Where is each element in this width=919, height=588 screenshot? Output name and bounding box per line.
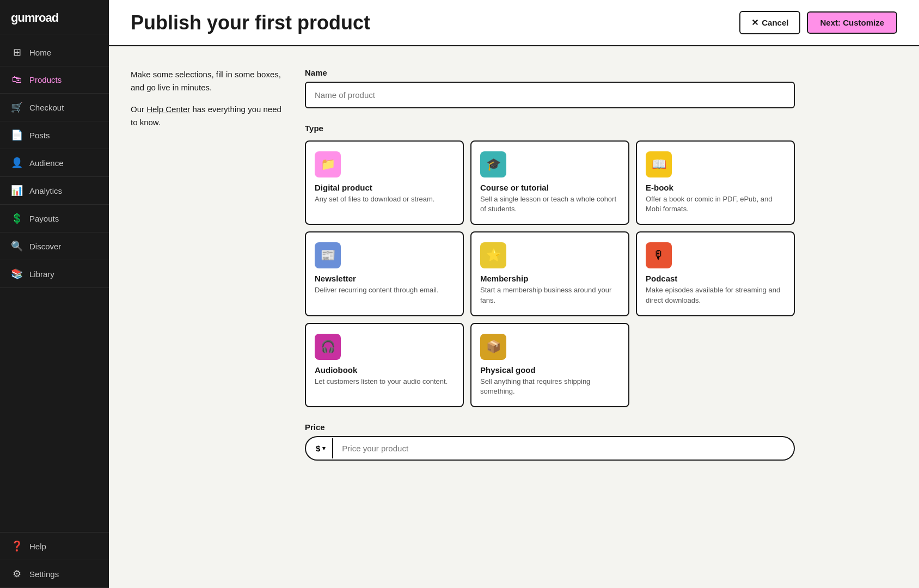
sidebar-label-settings: Settings xyxy=(29,569,59,579)
type-card-ebook[interactable]: 📖 E-book Offer a book or comic in PDF, e… xyxy=(636,140,795,225)
ebook-type-name: E-book xyxy=(646,183,785,192)
audiobook-type-desc: Let customers listen to your audio conte… xyxy=(315,377,454,387)
physical-type-desc: Sell anything that requires shipping som… xyxy=(480,377,620,396)
logo: gumroad xyxy=(0,0,109,34)
name-input[interactable] xyxy=(305,82,795,108)
price-input[interactable] xyxy=(333,437,792,460)
course-type-desc: Sell a single lesson or teach a whole co… xyxy=(480,194,620,214)
sidebar: gumroad ⊞Home🛍Products🛒Checkout📄Posts👤Au… xyxy=(0,0,109,588)
audience-icon: 👤 xyxy=(11,157,23,169)
name-field-group: Name xyxy=(305,68,795,124)
home-icon: ⊞ xyxy=(11,46,23,58)
content-area: Make some selections, fill in some boxes… xyxy=(109,46,817,482)
sidebar-label-help: Help xyxy=(29,542,46,551)
sidebar-item-checkout[interactable]: 🛒Checkout xyxy=(0,94,109,121)
podcast-type-desc: Make episodes available for streaming an… xyxy=(646,285,785,305)
sidebar-item-products[interactable]: 🛍Products xyxy=(0,66,109,94)
type-card-digital[interactable]: 📁 Digital product Any set of files to do… xyxy=(305,140,464,225)
sidebar-item-discover[interactable]: 🔍Discover xyxy=(0,232,109,260)
sidebar-item-posts[interactable]: 📄Posts xyxy=(0,121,109,149)
audiobook-type-icon: 🎧 xyxy=(315,334,341,360)
sidebar-label-products: Products xyxy=(29,75,62,84)
membership-type-name: Membership xyxy=(480,274,620,283)
price-field-group: Price $ ▾ xyxy=(305,422,795,461)
sidebar-label-library: Library xyxy=(29,270,54,279)
right-panel: Name Type 📁 Digital product Any set of f… xyxy=(305,68,795,461)
newsletter-type-name: Newsletter xyxy=(315,274,454,283)
sidebar-item-analytics[interactable]: 📊Analytics xyxy=(0,177,109,205)
main-content: Publish your first product ✕ Cancel Next… xyxy=(109,0,919,588)
page-header: Publish your first product ✕ Cancel Next… xyxy=(109,0,919,46)
type-card-newsletter[interactable]: 📰 Newsletter Deliver recurring content t… xyxy=(305,231,464,316)
ebook-type-desc: Offer a book or comic in PDF, ePub, and … xyxy=(646,194,785,214)
sidebar-label-analytics: Analytics xyxy=(29,186,62,195)
sidebar-item-home[interactable]: ⊞Home xyxy=(0,39,109,66)
help-center-link[interactable]: Help Center xyxy=(146,105,190,114)
sidebar-label-home: Home xyxy=(29,48,51,57)
price-field-wrap: $ ▾ xyxy=(305,436,795,461)
next-customize-button[interactable]: Next: Customize xyxy=(807,11,897,34)
payouts-icon: 💲 xyxy=(11,212,23,224)
type-card-membership[interactable]: ⭐ Membership Start a membership business… xyxy=(470,231,629,316)
membership-type-desc: Start a membership business around your … xyxy=(480,285,620,305)
digital-type-desc: Any set of files to download or stream. xyxy=(315,194,454,204)
help-text: Our Help Center has everything you need … xyxy=(131,103,283,129)
discover-icon: 🔍 xyxy=(11,240,23,252)
membership-type-icon: ⭐ xyxy=(480,242,506,268)
audiobook-type-name: Audiobook xyxy=(315,365,454,375)
digital-type-name: Digital product xyxy=(315,183,454,192)
library-icon: 📚 xyxy=(11,268,23,280)
sidebar-item-settings[interactable]: ⚙Settings xyxy=(0,560,109,588)
type-field-group: Type 📁 Digital product Any set of files … xyxy=(305,124,795,407)
sidebar-label-discover: Discover xyxy=(29,242,61,251)
physical-type-icon: 📦 xyxy=(480,334,506,360)
currency-selector[interactable]: $ ▾ xyxy=(308,438,333,458)
sidebar-label-payouts: Payouts xyxy=(29,214,59,223)
podcast-type-icon: 🎙 xyxy=(646,242,672,268)
type-card-course[interactable]: 🎓 Course or tutorial Sell a single lesso… xyxy=(470,140,629,225)
ebook-type-icon: 📖 xyxy=(646,151,672,177)
sidebar-item-library[interactable]: 📚Library xyxy=(0,260,109,288)
sidebar-label-audience: Audience xyxy=(29,158,64,168)
sidebar-item-payouts[interactable]: 💲Payouts xyxy=(0,205,109,232)
price-label: Price xyxy=(305,422,795,432)
checkout-icon: 🛒 xyxy=(11,101,23,113)
course-type-name: Course or tutorial xyxy=(480,183,620,192)
help-icon: ❓ xyxy=(11,540,23,552)
sidebar-nav: ⊞Home🛍Products🛒Checkout📄Posts👤Audience📊A… xyxy=(0,34,109,532)
newsletter-type-icon: 📰 xyxy=(315,242,341,268)
posts-icon: 📄 xyxy=(11,129,23,141)
newsletter-type-desc: Deliver recurring content through email. xyxy=(315,285,454,295)
type-card-audiobook[interactable]: 🎧 Audiobook Let customers listen to your… xyxy=(305,323,464,407)
sidebar-label-posts: Posts xyxy=(29,131,50,140)
sidebar-bottom: ❓Help⚙Settings xyxy=(0,532,109,588)
cancel-icon: ✕ xyxy=(751,17,758,28)
digital-type-icon: 📁 xyxy=(315,151,341,177)
currency-chevron-icon: ▾ xyxy=(322,445,326,452)
type-card-podcast[interactable]: 🎙 Podcast Make episodes available for st… xyxy=(636,231,795,316)
left-panel: Make some selections, fill in some boxes… xyxy=(131,68,283,461)
sidebar-label-checkout: Checkout xyxy=(29,103,64,112)
course-type-icon: 🎓 xyxy=(480,151,506,177)
sidebar-item-audience[interactable]: 👤Audience xyxy=(0,149,109,177)
type-card-physical[interactable]: 📦 Physical good Sell anything that requi… xyxy=(470,323,629,407)
type-label: Type xyxy=(305,124,795,133)
sidebar-item-help[interactable]: ❓Help xyxy=(0,532,109,560)
analytics-icon: 📊 xyxy=(11,185,23,197)
podcast-type-name: Podcast xyxy=(646,274,785,283)
header-actions: ✕ Cancel Next: Customize xyxy=(739,11,897,34)
name-label: Name xyxy=(305,68,795,77)
type-grid: 📁 Digital product Any set of files to do… xyxy=(305,140,795,407)
currency-symbol: $ xyxy=(316,444,320,453)
intro-text: Make some selections, fill in some boxes… xyxy=(131,68,283,94)
page-title: Publish your first product xyxy=(131,11,370,34)
products-icon: 🛍 xyxy=(11,74,23,85)
physical-type-name: Physical good xyxy=(480,365,620,375)
settings-icon: ⚙ xyxy=(11,568,23,580)
cancel-button[interactable]: ✕ Cancel xyxy=(739,11,800,34)
